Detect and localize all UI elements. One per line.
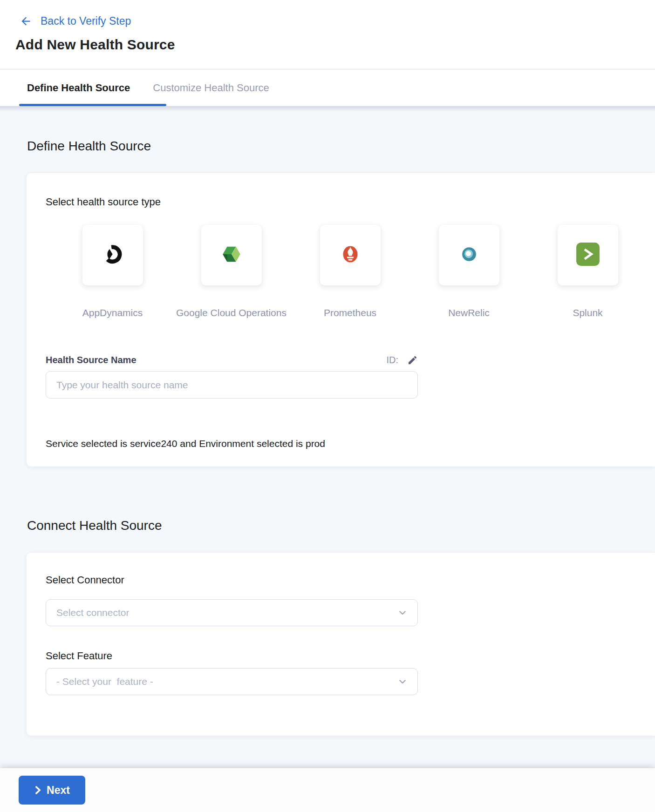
define-health-source-card: Select health source type AppDynamics bbox=[27, 173, 655, 467]
appdynamics-tile[interactable] bbox=[82, 225, 143, 285]
main-content: Define Health Source Select health sourc… bbox=[0, 106, 655, 768]
tab-define-health-source[interactable]: Define Health Source bbox=[27, 82, 130, 94]
google-cloud-operations-tile[interactable] bbox=[201, 225, 262, 285]
service-environment-note: Service selected is service240 and Envir… bbox=[46, 438, 655, 450]
back-to-verify-link[interactable]: Back to Verify Step bbox=[0, 0, 655, 27]
newrelic-tile[interactable] bbox=[439, 225, 499, 285]
connector-select[interactable]: Select connector bbox=[46, 599, 418, 626]
feature-select-placeholder: - Select your feature - bbox=[56, 676, 153, 687]
header: Back to Verify Step Add New Health Sourc… bbox=[0, 0, 655, 69]
health-source-option-prometheus: Prometheus bbox=[291, 225, 409, 318]
newrelic-icon bbox=[458, 244, 480, 267]
edit-id-pencil-icon[interactable] bbox=[407, 355, 418, 365]
health-source-type-row: AppDynamics Google Cloud bbox=[53, 225, 655, 318]
health-source-option-splunk: Splunk bbox=[528, 225, 647, 318]
select-connector-label: Select Connector bbox=[46, 574, 655, 587]
prometheus-tile[interactable] bbox=[320, 225, 381, 285]
splunk-tile[interactable] bbox=[558, 225, 618, 285]
health-source-option-appdynamics: AppDynamics bbox=[53, 225, 172, 318]
chevron-right-icon bbox=[34, 785, 42, 795]
chevron-down-icon bbox=[397, 607, 408, 618]
health-source-option-google-cloud-operations: Google Cloud Operations bbox=[172, 225, 291, 318]
splunk-label: Splunk bbox=[573, 307, 602, 318]
footer-bar: Next bbox=[0, 768, 655, 812]
next-button[interactable]: Next bbox=[19, 776, 85, 805]
google-cloud-operations-label: Google Cloud Operations bbox=[176, 307, 287, 318]
health-source-name-label: Health Source Name bbox=[46, 354, 136, 366]
chevron-down-icon bbox=[397, 676, 408, 687]
back-link-label: Back to Verify Step bbox=[41, 15, 131, 27]
splunk-icon bbox=[576, 242, 600, 268]
prometheus-icon bbox=[339, 243, 362, 267]
newrelic-label: NewRelic bbox=[448, 307, 490, 318]
page-title: Add New Health Source bbox=[15, 37, 655, 53]
tab-customize-health-source[interactable]: Customize Health Source bbox=[153, 82, 269, 94]
appdynamics-icon bbox=[102, 244, 123, 267]
feature-select[interactable]: - Select your feature - bbox=[46, 668, 418, 695]
tab-bar: Define Health Source Customize Health So… bbox=[0, 69, 655, 106]
id-label: ID: bbox=[386, 354, 398, 366]
next-button-label: Next bbox=[47, 784, 70, 797]
health-source-name-row: Health Source Name ID: bbox=[46, 354, 418, 366]
connect-section-heading: Connect Health Source bbox=[27, 518, 655, 534]
select-health-source-type-label: Select health source type bbox=[46, 196, 655, 209]
connector-select-placeholder: Select connector bbox=[56, 607, 129, 618]
appdynamics-label: AppDynamics bbox=[82, 307, 143, 318]
define-section-heading: Define Health Source bbox=[27, 138, 655, 154]
health-source-name-input[interactable] bbox=[46, 371, 418, 399]
google-cloud-operations-icon bbox=[220, 243, 243, 268]
add-health-source-page: Back to Verify Step Add New Health Sourc… bbox=[0, 0, 655, 812]
select-feature-label: Select Feature bbox=[46, 650, 655, 663]
connect-health-source-card: Select Connector Select connector Select… bbox=[27, 553, 655, 736]
arrow-left-icon bbox=[20, 15, 32, 27]
health-source-option-newrelic: NewRelic bbox=[409, 225, 528, 318]
id-group: ID: bbox=[386, 354, 418, 366]
prometheus-label: Prometheus bbox=[324, 307, 376, 318]
